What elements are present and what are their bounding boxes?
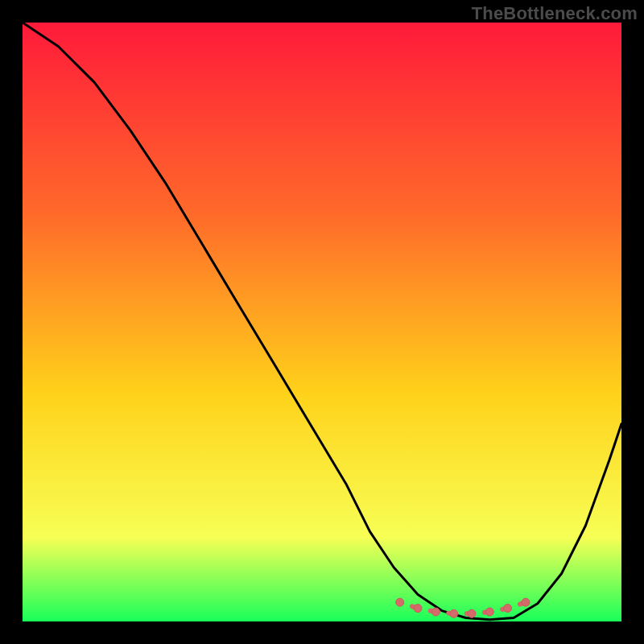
valley-marker-dot bbox=[414, 605, 422, 613]
valley-marker-dot bbox=[396, 598, 404, 606]
valley-marker-dot bbox=[504, 605, 512, 613]
watermark-text: TheBottleneck.com bbox=[472, 3, 638, 24]
chart-stage: TheBottleneck.com bbox=[0, 0, 644, 644]
valley-marker-dot bbox=[468, 609, 476, 617]
plot-area bbox=[23, 23, 621, 621]
valley-marker-dot bbox=[450, 609, 458, 617]
valley-marker-dot bbox=[522, 598, 530, 606]
valley-marker-dot bbox=[485, 608, 493, 616]
valley-marker-dot bbox=[431, 608, 440, 616]
plot-svg bbox=[23, 23, 621, 621]
gradient-background bbox=[23, 23, 621, 621]
